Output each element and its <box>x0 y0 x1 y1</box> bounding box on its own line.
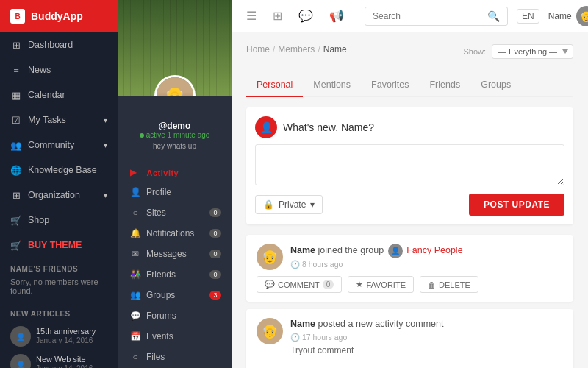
time-icon: 🕐 <box>290 333 302 342</box>
sidebar-item-my-tasks[interactable]: ☑ My Tasks ▾ <box>0 107 118 132</box>
article-date: January 14, 2016 <box>36 336 96 344</box>
community-arrow: ▾ <box>104 141 107 149</box>
article-date: January 14, 2016 <box>36 364 93 368</box>
sites-badge: 0 <box>209 208 221 217</box>
middle-nav-notifications[interactable]: 🔔 Notifications 0 <box>118 223 232 244</box>
article-thumb: 👤 <box>10 354 31 368</box>
middle-nav-section-label: ▶ Activity <box>118 163 232 182</box>
left-nav: ⊞ Dashboard ≡ News ▦ Calendar ☑ My Tasks… <box>0 32 118 258</box>
activity-time: 🕐 8 hours ago <box>290 260 563 269</box>
hamburger-icon[interactable]: ☰ <box>243 6 259 26</box>
middle-nav-sites[interactable]: ○ Sites 0 <box>118 202 232 223</box>
tab-favorites[interactable]: Favorites <box>361 74 419 97</box>
user-name-label: Name <box>548 11 572 21</box>
top-toolbar: ☰ ⊞ 💬 📢 🔍 EN Name 👴 <box>232 0 588 32</box>
org-arrow: ▾ <box>104 191 107 199</box>
middle-nav-profile[interactable]: 👤 Profile <box>118 182 232 202</box>
profile-bio: hey whats up <box>125 142 224 150</box>
friends-icon: 👫 <box>130 269 140 280</box>
middle-nav-forums[interactable]: 💬 Forums <box>118 305 232 326</box>
middle-panel: 👴 @demo active 1 minute ago hey whats up… <box>118 0 232 368</box>
friends-badge: 0 <box>209 270 221 279</box>
list-item[interactable]: 👤 15th anniversary January 14, 2016 <box>0 322 118 350</box>
lock-icon: 🔒 <box>263 199 274 210</box>
activity-user: Name <box>290 319 315 329</box>
language-selector[interactable]: EN <box>517 9 539 24</box>
nav-label: Forums <box>146 311 176 321</box>
messages-badge: 0 <box>209 250 221 258</box>
user-button[interactable]: Name 👴 <box>548 6 588 26</box>
list-item[interactable]: 👤 New Web site January 14, 2016 <box>0 350 118 368</box>
sidebar-item-buy-theme[interactable]: 🛒 BUY THEME <box>0 233 118 258</box>
toolbar-icons: ☰ ⊞ 💬 📢 <box>243 6 347 26</box>
grid-icon[interactable]: ⊞ <box>270 6 285 26</box>
nav-label: Friends <box>146 269 176 280</box>
privacy-label: Private <box>279 199 306 210</box>
toolbar-right: EN Name 👴 <box>517 6 588 26</box>
sidebar-item-label: BUY THEME <box>28 240 82 250</box>
group-avatar: 👤 <box>388 244 403 258</box>
delete-button[interactable]: 🗑 DELETE <box>420 276 478 293</box>
middle-nav-messages[interactable]: ✉ Messages 0 <box>118 244 232 264</box>
star-icon: ★ <box>356 280 363 289</box>
post-update-button[interactable]: POST UPDATE <box>469 194 564 216</box>
main-area: ☰ ⊞ 💬 📢 🔍 EN Name 👴 Home / Members / <box>232 0 588 368</box>
tab-friends[interactable]: Friends <box>419 74 470 97</box>
avatar: 👴 <box>154 75 196 96</box>
delete-label: DELETE <box>439 280 470 289</box>
sidebar-item-shop[interactable]: 🛒 Shop <box>0 208 118 233</box>
trash-icon: 🗑 <box>428 280 436 289</box>
sidebar-item-knowledge-base[interactable]: 🌐 Knowledge Base <box>0 158 118 183</box>
search-icon[interactable]: 🔍 <box>487 10 500 22</box>
dashboard-icon: ⊞ <box>10 39 22 51</box>
post-textarea[interactable] <box>255 144 564 185</box>
activity-header: 👴 Name joined the group 👤 Fancy People 🕐… <box>257 244 563 270</box>
activity-meta: Name posted a new activity comment 🕐 17 … <box>290 318 563 355</box>
middle-nav-friends[interactable]: 👫 Friends 0 <box>118 264 232 285</box>
status-text: active 1 minute ago <box>146 131 210 139</box>
breadcrumb-members[interactable]: Members <box>278 44 315 54</box>
privacy-select[interactable]: 🔒 Private ▾ <box>255 195 323 214</box>
show-row: Show: — Everything — <box>463 44 573 59</box>
tab-personal[interactable]: Personal <box>246 74 303 97</box>
breadcrumb-home[interactable]: Home <box>246 44 270 54</box>
comment-button[interactable]: 💬 COMMENT 0 <box>257 276 342 293</box>
profile-username: @demo <box>125 121 224 131</box>
messages-icon: ✉ <box>130 249 140 259</box>
nav-label: Events <box>146 331 173 342</box>
sidebar-item-organization[interactable]: ⊞ Organization ▾ <box>0 183 118 208</box>
notifications-badge: 0 <box>209 229 221 238</box>
article-thumb: 👤 <box>10 326 31 347</box>
favorite-button[interactable]: ★ FAVORITE <box>348 276 414 293</box>
events-icon: 📅 <box>130 331 140 342</box>
profile-cover: 👴 <box>118 0 232 96</box>
show-select[interactable]: — Everything — <box>492 44 573 59</box>
middle-nav-events[interactable]: 📅 Events <box>118 326 232 347</box>
middle-nav-files[interactable]: ○ Files <box>118 347 232 367</box>
activity-avatar: 👴 <box>257 318 283 344</box>
search-input[interactable] <box>373 11 483 21</box>
activity-time: 🕐 17 hours ago <box>290 333 563 342</box>
tasks-icon: ☑ <box>10 114 22 126</box>
megaphone-icon[interactable]: 📢 <box>326 6 347 26</box>
middle-nav-groups[interactable]: 👥 Groups 3 <box>118 285 232 305</box>
chat-icon[interactable]: 💬 <box>295 6 316 26</box>
forums-icon: 💬 <box>130 311 140 321</box>
search-box: 🔍 <box>365 7 508 26</box>
sidebar-item-calendar[interactable]: ▦ Calendar <box>0 82 118 107</box>
activity-text: Name joined the group 👤 Fancy People <box>290 244 563 258</box>
sidebar-item-news[interactable]: ≡ News <box>0 57 118 82</box>
friends-empty-message: Sorry, no members were found. <box>0 277 118 302</box>
group-link[interactable]: Fancy People <box>406 245 462 255</box>
sidebar-item-label: Calendar <box>28 90 65 100</box>
user-avatar: 👴 <box>576 6 588 26</box>
buy-theme-icon: 🛒 <box>10 239 22 251</box>
news-icon: ≡ <box>10 64 22 76</box>
sidebar-item-dashboard[interactable]: ⊞ Dashboard <box>0 32 118 57</box>
sidebar-item-community[interactable]: 👥 Community ▾ <box>0 132 118 158</box>
post-avatar: 👤 <box>255 116 277 138</box>
show-label: Show: <box>463 47 486 56</box>
tab-mentions[interactable]: Mentions <box>303 74 361 97</box>
activity-comment: Tryout comment <box>290 345 563 355</box>
tab-groups[interactable]: Groups <box>470 74 521 97</box>
